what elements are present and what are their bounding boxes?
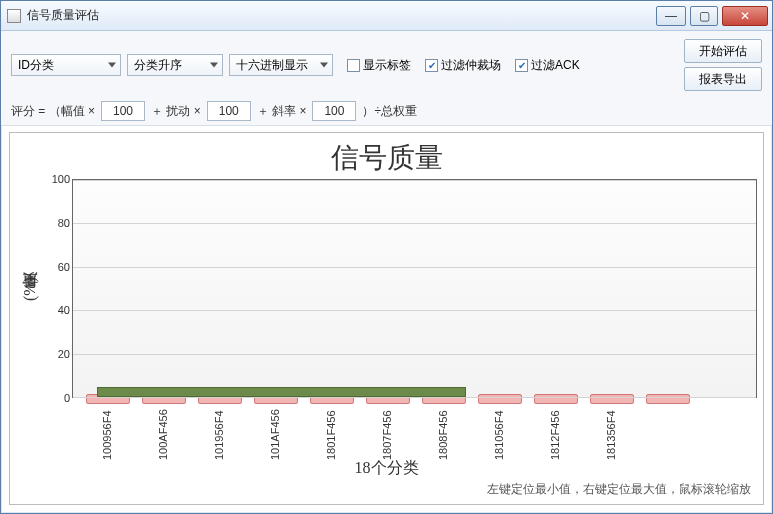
export-report-button[interactable]: 报表导出 xyxy=(684,67,762,91)
filter-arbitration-checkbox[interactable]: ✔ 过滤仲裁场 xyxy=(425,57,501,74)
y-tick-label: 0 xyxy=(64,392,70,404)
x-tick-label: 1808F456 xyxy=(437,398,449,460)
toolbar: ID分类 分类升序 十六进制显示 显示标签 ✔ 过滤仲裁场 ✔ 过滤ACK 开始… xyxy=(1,31,772,126)
bars-layer xyxy=(73,180,756,397)
h-scrollbar[interactable] xyxy=(73,387,756,397)
titlebar: 信号质量评估 — ▢ ✕ xyxy=(1,1,772,31)
plot-row: 质量(%) 020406080100 xyxy=(16,179,757,398)
checkbox-box: ✔ xyxy=(515,59,528,72)
y-tick-label: 100 xyxy=(52,173,70,185)
plot-area[interactable] xyxy=(72,179,757,398)
app-window: 信号质量评估 — ▢ ✕ ID分类 分类升序 十六进制显示 显示标签 ✔ 过滤仲… xyxy=(0,0,773,514)
maximize-button[interactable]: ▢ xyxy=(690,6,718,26)
filter-ack-checkbox[interactable]: ✔ 过滤ACK xyxy=(515,57,580,74)
y-tick-label: 80 xyxy=(58,217,70,229)
checkbox-box xyxy=(347,59,360,72)
chart-hint: 左键定位最小值，右键定位最大值，鼠标滚轮缩放 xyxy=(16,479,757,504)
gridline xyxy=(73,223,756,224)
filter-arbitration-text: 过滤仲裁场 xyxy=(441,57,501,74)
window-controls: — ▢ ✕ xyxy=(656,6,768,26)
start-evaluate-label: 开始评估 xyxy=(699,43,747,60)
x-ticks: 100956F4100AF456101956F4101AF4561801F456… xyxy=(16,398,757,460)
y-ticks: 020406080100 xyxy=(44,179,72,398)
h-scrollbar-thumb[interactable] xyxy=(97,387,467,397)
y-axis-label: 质量(%) xyxy=(20,277,41,301)
x-tick: 181056F4 xyxy=(471,398,527,460)
x-tick-label: 100AF456 xyxy=(157,398,169,460)
x-tick-label: 1812F456 xyxy=(549,398,561,460)
gridline xyxy=(73,354,756,355)
x-tick: 181356F4 xyxy=(583,398,639,460)
x-tick-label: 101956F4 xyxy=(213,398,225,460)
formula-text: 评分 = （幅值 × xyxy=(11,103,95,120)
x-tick: 1807F456 xyxy=(359,398,415,460)
y-tick-label: 60 xyxy=(58,261,70,273)
formula-text: ）÷总权重 xyxy=(362,103,417,120)
show-label-checkbox[interactable]: 显示标签 xyxy=(347,57,411,74)
slope-weight-input[interactable]: 100 xyxy=(312,101,356,121)
formula-row: 评分 = （幅值 × 100 ＋ 扰动 × 100 ＋ 斜率 × 100 ）÷总… xyxy=(11,97,762,121)
display-select[interactable]: 十六进制显示 xyxy=(229,54,333,76)
x-tick: 1808F456 xyxy=(415,398,471,460)
x-tick: 1801F456 xyxy=(303,398,359,460)
x-tick xyxy=(639,398,695,460)
x-tick-label: 1807F456 xyxy=(381,398,393,460)
x-tick-label: 181056F4 xyxy=(493,398,505,460)
chevron-down-icon xyxy=(210,63,218,68)
x-axis-label: 18个分类 xyxy=(16,458,757,479)
chevron-down-icon xyxy=(320,63,328,68)
export-report-label: 报表导出 xyxy=(699,71,747,88)
start-evaluate-button[interactable]: 开始评估 xyxy=(684,39,762,63)
minimize-button[interactable]: — xyxy=(656,6,686,26)
gridline xyxy=(73,397,756,398)
classify-select-value: ID分类 xyxy=(18,57,54,74)
sort-select[interactable]: 分类升序 xyxy=(127,54,223,76)
x-tick-label: 100956F4 xyxy=(101,398,113,460)
x-tick-label: 101AF456 xyxy=(269,398,281,460)
x-tick: 1812F456 xyxy=(527,398,583,460)
gridline xyxy=(73,267,756,268)
ylabel-col: 质量(%) xyxy=(16,179,44,398)
classify-select[interactable]: ID分类 xyxy=(11,54,121,76)
action-buttons: 开始评估 报表导出 xyxy=(684,39,762,91)
y-tick-label: 40 xyxy=(58,304,70,316)
chart-panel: 信号质量 质量(%) 020406080100 100956F4100AF456… xyxy=(9,132,764,505)
show-label-text: 显示标签 xyxy=(363,57,411,74)
jitter-weight-input[interactable]: 100 xyxy=(207,101,251,121)
y-tick-label: 20 xyxy=(58,348,70,360)
close-button[interactable]: ✕ xyxy=(722,6,768,26)
gridline xyxy=(73,310,756,311)
checkbox-box: ✔ xyxy=(425,59,438,72)
window-title: 信号质量评估 xyxy=(27,7,656,24)
chevron-down-icon xyxy=(108,63,116,68)
x-tick: 100956F4 xyxy=(79,398,135,460)
filter-ack-text: 过滤ACK xyxy=(531,57,580,74)
x-tick: 100AF456 xyxy=(135,398,191,460)
x-tick: 101956F4 xyxy=(191,398,247,460)
chart-title: 信号质量 xyxy=(16,139,757,177)
gridline xyxy=(73,180,756,181)
x-tick: 101AF456 xyxy=(247,398,303,460)
x-tick-label: 1801F456 xyxy=(325,398,337,460)
app-icon xyxy=(7,9,21,23)
formula-text: ＋ 扰动 × xyxy=(151,103,201,120)
sort-select-value: 分类升序 xyxy=(134,57,182,74)
x-tick-label: 181356F4 xyxy=(605,398,617,460)
amplitude-weight-input[interactable]: 100 xyxy=(101,101,145,121)
display-select-value: 十六进制显示 xyxy=(236,57,308,74)
formula-text: ＋ 斜率 × xyxy=(257,103,307,120)
